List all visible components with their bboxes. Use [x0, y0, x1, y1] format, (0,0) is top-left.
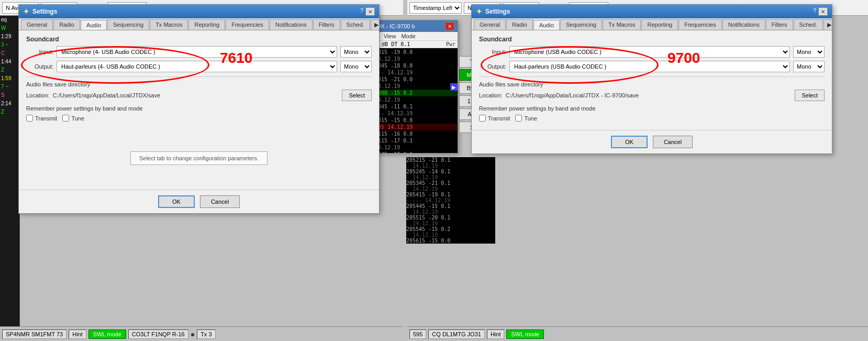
output-mode-right[interactable]: Mono — [793, 61, 825, 72]
tab-txmacros-left[interactable]: Tx Macros — [150, 19, 188, 30]
output-row-left: Output: Haut-parleurs (4- USB Audio CODE… — [26, 61, 372, 72]
tab-sched-right[interactable]: Sched. — [794, 19, 823, 30]
tab-frequencies-left[interactable]: Frequencies — [226, 19, 269, 30]
tab-general-right[interactable]: General — [474, 19, 506, 30]
tab-reporting-left[interactable]: Reporting — [188, 19, 225, 30]
dialog-tabs-left: General Radio Audio Sequencing Tx Macros… — [19, 18, 379, 30]
transmit-checkbox-left[interactable]: Transmit — [26, 115, 57, 122]
transmit-checkbox-right[interactable]: Transmit — [479, 115, 510, 122]
jtdx-extra-14: 14.12.19 — [406, 232, 495, 238]
tab-sched-left[interactable]: Sched. — [341, 19, 370, 30]
transmit-label-right: Transmit — [488, 115, 510, 122]
jtdx-controls: ✕ — [445, 22, 454, 30]
output-row-right: Output: Haut-parleurs (USB Audio CODEC )… — [479, 61, 825, 72]
dialog-content-left: Soundcard Input: Microphone (4- USB Audi… — [19, 30, 379, 190]
ok-btn-left[interactable]: OK — [158, 195, 195, 208]
jtdx-row-8: 204945 -11 0.1 — [368, 103, 457, 110]
jtdx-row-13: 205115 -17 0.1 — [368, 137, 457, 144]
jtdx-close-btn[interactable]: ✕ — [445, 22, 454, 30]
jtdx-row-4: 202915 -21 0.0 — [368, 76, 457, 83]
input-select-left[interactable]: Microphone (4- USB Audio CODEC ) — [57, 46, 337, 58]
help-btn-right[interactable]: ? — [813, 7, 816, 16]
tune-checkbox-right[interactable]: Tune — [515, 115, 537, 122]
dialog-titlebar-left: ✦ Settings ? ✕ — [19, 5, 379, 18]
input-mode-right[interactable]: Mono — [793, 46, 825, 58]
tab-sequencing-right[interactable]: Sequencing — [560, 19, 602, 30]
close-btn-left[interactable]: ✕ — [365, 7, 375, 16]
tab-audio-left[interactable]: Audio — [81, 20, 107, 30]
help-btn-left[interactable]: ? — [360, 7, 363, 16]
tab-general-left[interactable]: General — [21, 19, 53, 30]
jtdx-row-6: 204800 -15 0.2 — [368, 90, 457, 96]
menu-mode[interactable]: Mode — [401, 33, 416, 39]
input-select-right[interactable]: Microphone (USB Audio CODEC ) — [509, 46, 790, 58]
select-btn-left[interactable]: Select — [342, 90, 372, 101]
tab-more-right[interactable]: ▶ — [824, 19, 832, 30]
tab-notifications-right[interactable]: Notifications — [722, 19, 765, 30]
ok-btn-right[interactable]: OK — [611, 136, 648, 148]
divider-1-right — [479, 76, 825, 77]
jtdx-extra-7: 205415 -19 0.1 — [406, 192, 495, 197]
cancel-btn-right[interactable]: Cancel — [653, 136, 693, 148]
cancel-btn-left[interactable]: Cancel — [200, 195, 240, 208]
jtdx-row-7: 14.12.19 — [368, 96, 457, 103]
tune-check-left[interactable] — [62, 115, 69, 122]
close-btn-right[interactable]: ✕ — [818, 7, 828, 16]
callsign-left: SP4NMR SM1FMT 73 — [2, 329, 66, 339]
dialog-title-text-left: Settings — [32, 8, 57, 15]
tab-sequencing-left[interactable]: Sequencing — [107, 19, 149, 30]
input-mode-left[interactable]: Mono — [340, 46, 372, 58]
band-item-2: 1:29 — [0, 32, 19, 41]
dialog-tabs-right: General Radio Audio Sequencing Tx Macros… — [472, 18, 832, 30]
transmit-check-left[interactable] — [26, 115, 33, 122]
dialog-footer-left: OK Cancel — [19, 190, 379, 213]
jtdx-menu: File View Mode — [367, 32, 458, 41]
callsign-right: CQ DL1MTG JO31 — [428, 329, 485, 339]
dialog-content-right: Soundcard Input: Microphone (USB Audio C… — [472, 30, 832, 130]
input-label-left: Input: — [26, 49, 53, 55]
tab-audio-right[interactable]: Audio — [533, 20, 560, 30]
center-message-box-left: Select tab to change configuration param… — [130, 151, 268, 165]
band-item-eq: eq — [0, 16, 19, 24]
pwr-label: Pwr — [446, 41, 455, 47]
tab-radio-right[interactable]: Radio — [506, 19, 533, 30]
timestamp-select[interactable]: Timestamp Left — [409, 2, 462, 14]
settings-dialog-left: ✦ Settings ? ✕ General Radio Audio Seque… — [18, 4, 380, 214]
tab-notifications-left[interactable]: Notifications — [270, 19, 313, 30]
dialog-footer-right: OK Cancel — [472, 130, 832, 153]
select-btn-right[interactable]: Select — [795, 90, 825, 101]
dialog-title-left: ✦ Settings — [23, 7, 57, 16]
bottom-bar-right: 595 CQ DL1MTG JO31 Hint SWL mode — [407, 326, 868, 341]
jtdx-extra-13: 205545 -15 0.2 — [406, 226, 495, 232]
input-row-right: Input: Microphone (USB Audio CODEC ) Mon… — [479, 46, 825, 58]
divider-1-left — [26, 76, 372, 77]
jtdx-extra-5: 205345 -21 0.1 — [406, 180, 495, 186]
settings-icon-left: ✦ — [23, 7, 29, 16]
tab-reporting-right[interactable]: Reporting — [641, 19, 678, 30]
transmit-check-right[interactable] — [479, 115, 486, 122]
output-mode-left[interactable]: Mono — [340, 61, 372, 72]
jtdx-extra-2: 14.12.19 — [406, 163, 495, 169]
swl-mode-left: SWL mode — [88, 329, 126, 339]
output-select-left[interactable]: Haut-parleurs (4- USB Audio CODEC ) — [57, 61, 337, 72]
dialog-controls-right: ? ✕ — [813, 7, 828, 16]
tab-more-left[interactable]: ▶ — [371, 19, 379, 30]
menu-view[interactable]: View — [384, 33, 396, 39]
jtdx-extra-8: ----- 14.12.19 — [406, 197, 495, 203]
tab-radio-left[interactable]: Radio — [53, 19, 80, 30]
left-sidebar: eq W 1:29 3 ~ C 1:44 Z 1:59 7 ~ S 2:14 Z — [0, 16, 20, 326]
jtdx-row-9: ----- 14.12.19 — [368, 110, 457, 117]
tune-check-right[interactable] — [515, 115, 522, 122]
band-item-6: Z — [0, 66, 19, 74]
band-item-1: W — [0, 24, 19, 32]
tab-txmacros-right[interactable]: Tx Macros — [603, 19, 641, 30]
tab-frequencies-right[interactable]: Frequencies — [678, 19, 722, 30]
output-select-right[interactable]: Haut-parleurs (USB Audio CODEC ) — [509, 61, 790, 72]
hint-btn-left[interactable]: Hint — [69, 329, 86, 339]
tab-filters-left[interactable]: Filters — [313, 19, 340, 30]
tab-filters-right[interactable]: Filters — [766, 19, 793, 30]
jtdx-data-area: 202815 -19 0.0 14.12.19 202845 -18 0.0 -… — [367, 48, 458, 153]
band-item-4: C — [0, 49, 19, 58]
tune-checkbox-left[interactable]: Tune — [62, 115, 84, 122]
hint-btn-right[interactable]: Hint — [487, 329, 505, 339]
